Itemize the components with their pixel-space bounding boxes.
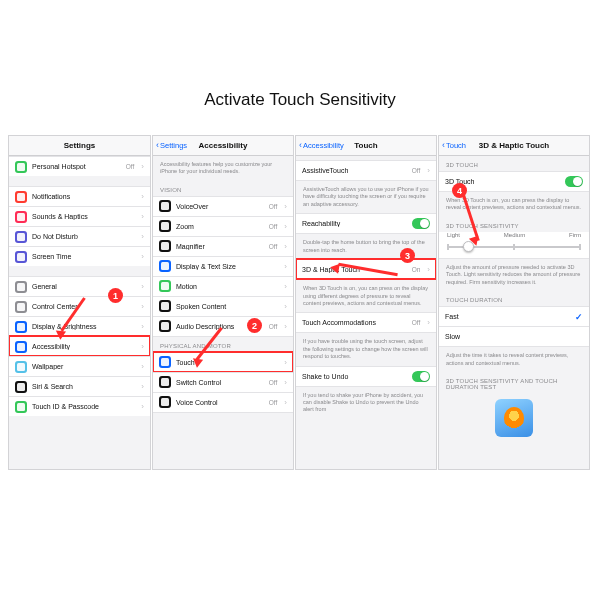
settings-row-13[interactable]: Touch ID & Passcode›: [9, 396, 150, 416]
vision-row-2[interactable]: MagnifierOff›: [153, 236, 293, 256]
chevron-right-icon: ›: [141, 212, 144, 221]
settings-row-12[interactable]: Siri & Search›: [9, 376, 150, 396]
app-icon: [159, 396, 171, 408]
dur-desc: Adjust the time it takes to reveal conte…: [439, 347, 589, 372]
test-image[interactable]: [495, 399, 533, 437]
header-settings: Settings: [9, 136, 150, 156]
settings-row-11[interactable]: Wallpaper›: [9, 356, 150, 376]
vision-row-4[interactable]: Motion›: [153, 276, 293, 296]
sec-3dtouch: 3D TOUCH: [439, 156, 589, 171]
accom-desc: If you have trouble using the touch scre…: [296, 333, 436, 365]
chevron-right-icon: ›: [141, 382, 144, 391]
app-icon: [159, 220, 171, 232]
chevron-left-icon: ‹: [299, 141, 302, 150]
settings-row-7[interactable]: General›: [9, 276, 150, 296]
chevron-right-icon: ›: [284, 262, 287, 271]
chevron-right-icon: ›: [284, 242, 287, 251]
app-icon: [15, 211, 27, 223]
app-icon: [15, 281, 27, 293]
settings-row-2[interactable]: Notifications›: [9, 186, 150, 206]
chevron-right-icon: ›: [141, 342, 144, 351]
app-icon: [15, 191, 27, 203]
assistive-desc: AssistiveTouch allows you to use your iP…: [296, 181, 436, 213]
app-icon: [159, 300, 171, 312]
chevron-right-icon: ›: [141, 362, 144, 371]
app-icon: [159, 240, 171, 252]
back-touch[interactable]: ‹Touch: [442, 136, 466, 155]
row-label: Voice Control: [176, 399, 264, 406]
row-label: Touch ID & Passcode: [32, 403, 134, 410]
motor-row-2[interactable]: Voice ControlOff›: [153, 392, 293, 412]
chevron-right-icon: ›: [427, 265, 430, 274]
app-icon: [159, 376, 171, 388]
row-slow[interactable]: Slow: [439, 326, 589, 346]
chevron-right-icon: ›: [284, 322, 287, 331]
app-icon: [159, 320, 171, 332]
app-icon: [159, 356, 171, 368]
app-icon: [159, 200, 171, 212]
row-fast[interactable]: Fast✓: [439, 306, 589, 326]
row-assistivetouch[interactable]: AssistiveTouchOff›: [296, 160, 436, 180]
step-badge-3: 3: [400, 248, 415, 263]
vision-row-3[interactable]: Display & Text Size›: [153, 256, 293, 276]
vision-row-1[interactable]: ZoomOff›: [153, 216, 293, 236]
app-icon: [15, 381, 27, 393]
chevron-right-icon: ›: [284, 358, 287, 367]
vision-row-0[interactable]: VoiceOverOff›: [153, 196, 293, 216]
settings-row-4[interactable]: Do Not Disturb›: [9, 226, 150, 246]
row-label: Screen Time: [32, 253, 134, 260]
chevron-left-icon: ‹: [156, 141, 159, 150]
app-icon: [15, 401, 27, 413]
shake-desc: If you tend to shake your iPhone by acci…: [296, 387, 436, 419]
sec-test: 3D TOUCH SENSITIVITY AND TOUCH DURATION …: [439, 372, 589, 393]
row-label: Do Not Disturb: [32, 233, 134, 240]
row-label: Personal Hotspot: [32, 163, 121, 170]
chevron-left-icon: ‹: [442, 141, 445, 150]
app-icon: [15, 231, 27, 243]
accessibility-intro: Accessibility features help you customiz…: [153, 156, 293, 181]
settings-row-5[interactable]: Screen Time›: [9, 246, 150, 266]
settings-row-3[interactable]: Sounds & Haptics›: [9, 206, 150, 226]
arrow-2: [190, 328, 250, 378]
row-label: Notifications: [32, 193, 134, 200]
row-label: Magnifier: [176, 243, 264, 250]
row-label: Siri & Search: [32, 383, 134, 390]
app-icon: [15, 161, 27, 173]
settings-row-0[interactable]: Personal HotspotOff›: [9, 156, 150, 176]
row-label: Sounds & Haptics: [32, 213, 134, 220]
row-shake-to-undo[interactable]: Shake to Undo: [296, 366, 436, 386]
app-icon: [15, 301, 27, 313]
panel-accessibility: ‹Settings Accessibility Accessibility fe…: [152, 135, 294, 470]
chevron-right-icon: ›: [427, 318, 430, 327]
row-touch-accommodations[interactable]: Touch AccommodationsOff›: [296, 312, 436, 332]
step-badge-2: 2: [247, 318, 262, 333]
section-vision: VISION: [153, 181, 293, 196]
toggle-shake[interactable]: [412, 371, 430, 382]
app-icon: [159, 260, 171, 272]
chevron-right-icon: ›: [427, 166, 430, 175]
vision-row-5[interactable]: Spoken Content›: [153, 296, 293, 316]
back-accessibility[interactable]: ‹Accessibility: [299, 136, 344, 155]
back-settings[interactable]: ‹Settings: [156, 136, 187, 155]
arrow-4: [462, 195, 502, 250]
app-icon: [15, 251, 27, 263]
toggle-reachability[interactable]: [412, 218, 430, 229]
sec-duration: TOUCH DURATION: [439, 291, 589, 306]
row-reachability[interactable]: Reachability: [296, 213, 436, 233]
panel-touch: ‹Accessibility Touch AssistiveTouchOff› …: [295, 135, 437, 470]
chevron-right-icon: ›: [284, 398, 287, 407]
arrow-1: [55, 298, 115, 348]
row-label: VoiceOver: [176, 203, 264, 210]
arrow-3: [330, 258, 405, 288]
app-icon: [15, 321, 27, 333]
step-badge-4: 4: [452, 183, 467, 198]
row-label: Motion: [176, 283, 277, 290]
app-icon: [159, 280, 171, 292]
header-3dhaptic: ‹Touch 3D & Haptic Touch: [439, 136, 589, 156]
toggle-3dtouch[interactable]: [565, 176, 583, 187]
header-touch: ‹Accessibility Touch: [296, 136, 436, 156]
row-label: Wallpaper: [32, 363, 134, 370]
chevron-right-icon: ›: [284, 202, 287, 211]
app-icon: [15, 341, 27, 353]
chevron-right-icon: ›: [141, 162, 144, 171]
